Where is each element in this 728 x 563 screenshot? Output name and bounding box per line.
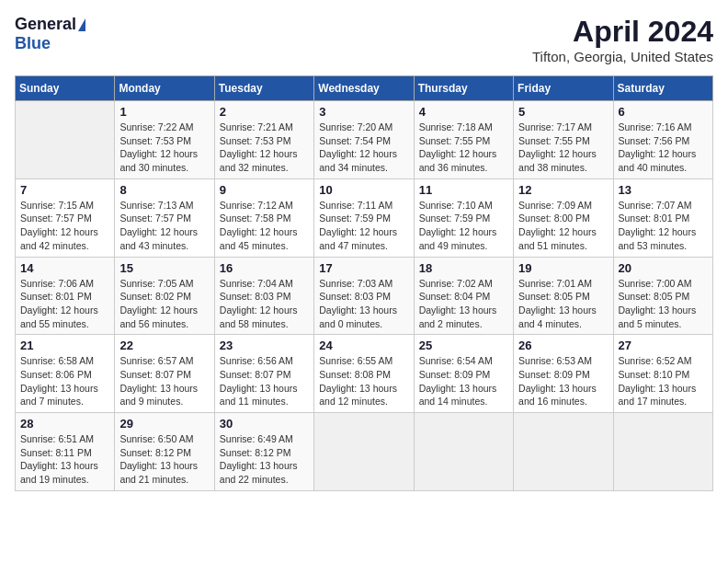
day-number: 14 bbox=[20, 261, 109, 275]
day-detail: Sunrise: 7:05 AM Sunset: 8:02 PM Dayligh… bbox=[119, 277, 209, 331]
header-tuesday: Tuesday bbox=[214, 76, 313, 101]
day-number: 8 bbox=[119, 183, 209, 197]
calendar-week-row: 1Sunrise: 7:22 AM Sunset: 7:53 PM Daylig… bbox=[16, 101, 713, 179]
day-detail: Sunrise: 6:55 AM Sunset: 8:08 PM Dayligh… bbox=[319, 354, 408, 408]
calendar-cell: 27Sunrise: 6:52 AM Sunset: 8:10 PM Dayli… bbox=[613, 335, 712, 413]
header-monday: Monday bbox=[115, 76, 214, 101]
day-detail: Sunrise: 7:17 AM Sunset: 7:55 PM Dayligh… bbox=[518, 121, 608, 175]
title-block: April 2024 Tifton, Georgia, United State… bbox=[532, 15, 713, 64]
calendar-cell: 21Sunrise: 6:58 AM Sunset: 8:06 PM Dayli… bbox=[16, 335, 115, 413]
day-number: 28 bbox=[20, 417, 109, 431]
page-header: General Blue April 2024 Tifton, Georgia,… bbox=[15, 15, 713, 64]
logo-triangle-icon bbox=[78, 18, 85, 31]
day-detail: Sunrise: 7:10 AM Sunset: 7:59 PM Dayligh… bbox=[419, 199, 508, 253]
day-number: 2 bbox=[220, 105, 309, 119]
calendar-cell: 13Sunrise: 7:07 AM Sunset: 8:01 PM Dayli… bbox=[613, 178, 712, 257]
calendar-week-row: 21Sunrise: 6:58 AM Sunset: 8:06 PM Dayli… bbox=[16, 335, 713, 413]
day-number: 13 bbox=[619, 183, 708, 197]
day-number: 23 bbox=[220, 339, 309, 352]
calendar-cell: 1Sunrise: 7:22 AM Sunset: 7:53 PM Daylig… bbox=[115, 101, 214, 179]
day-number: 22 bbox=[119, 339, 209, 352]
day-number: 15 bbox=[119, 261, 209, 275]
day-detail: Sunrise: 7:20 AM Sunset: 7:54 PM Dayligh… bbox=[319, 121, 408, 175]
day-detail: Sunrise: 7:12 AM Sunset: 7:58 PM Dayligh… bbox=[220, 199, 309, 253]
calendar-cell: 28Sunrise: 6:51 AM Sunset: 8:11 PM Dayli… bbox=[16, 413, 115, 491]
calendar-cell: 12Sunrise: 7:09 AM Sunset: 8:00 PM Dayli… bbox=[514, 178, 613, 257]
calendar-location: Tifton, Georgia, United States bbox=[532, 49, 713, 64]
day-detail: Sunrise: 7:22 AM Sunset: 7:53 PM Dayligh… bbox=[119, 121, 209, 175]
calendar-cell: 29Sunrise: 6:50 AM Sunset: 8:12 PM Dayli… bbox=[115, 413, 214, 491]
calendar-cell: 24Sunrise: 6:55 AM Sunset: 8:08 PM Dayli… bbox=[314, 335, 414, 413]
day-detail: Sunrise: 6:57 AM Sunset: 8:07 PM Dayligh… bbox=[119, 354, 209, 408]
day-number: 6 bbox=[619, 105, 708, 119]
day-detail: Sunrise: 7:02 AM Sunset: 8:04 PM Dayligh… bbox=[419, 277, 508, 331]
calendar-cell: 17Sunrise: 7:03 AM Sunset: 8:03 PM Dayli… bbox=[314, 257, 414, 335]
day-number: 5 bbox=[518, 105, 608, 119]
day-detail: Sunrise: 7:13 AM Sunset: 7:57 PM Dayligh… bbox=[119, 199, 209, 253]
day-detail: Sunrise: 6:49 AM Sunset: 8:12 PM Dayligh… bbox=[220, 432, 309, 487]
day-detail: Sunrise: 7:07 AM Sunset: 8:01 PM Dayligh… bbox=[619, 199, 708, 253]
day-detail: Sunrise: 7:04 AM Sunset: 8:03 PM Dayligh… bbox=[220, 277, 309, 331]
day-number: 12 bbox=[518, 183, 608, 197]
logo-blue: Blue bbox=[15, 34, 51, 53]
calendar-cell: 2Sunrise: 7:21 AM Sunset: 7:53 PM Daylig… bbox=[214, 101, 313, 179]
day-detail: Sunrise: 6:50 AM Sunset: 8:12 PM Dayligh… bbox=[119, 432, 209, 487]
calendar-cell bbox=[314, 413, 414, 491]
calendar-cell: 30Sunrise: 6:49 AM Sunset: 8:12 PM Dayli… bbox=[214, 413, 313, 491]
calendar-cell: 5Sunrise: 7:17 AM Sunset: 7:55 PM Daylig… bbox=[514, 101, 613, 179]
calendar-week-row: 14Sunrise: 7:06 AM Sunset: 8:01 PM Dayli… bbox=[16, 257, 713, 335]
header-wednesday: Wednesday bbox=[314, 76, 414, 101]
calendar-cell bbox=[16, 101, 115, 179]
day-number: 26 bbox=[518, 339, 608, 352]
calendar-cell: 26Sunrise: 6:53 AM Sunset: 8:09 PM Dayli… bbox=[514, 335, 613, 413]
calendar-cell bbox=[613, 413, 712, 491]
day-detail: Sunrise: 6:58 AM Sunset: 8:06 PM Dayligh… bbox=[20, 354, 109, 408]
calendar-cell: 25Sunrise: 6:54 AM Sunset: 8:09 PM Dayli… bbox=[414, 335, 513, 413]
day-detail: Sunrise: 7:03 AM Sunset: 8:03 PM Dayligh… bbox=[319, 277, 408, 331]
day-number: 1 bbox=[119, 105, 209, 119]
day-number: 27 bbox=[619, 339, 708, 352]
calendar-cell: 22Sunrise: 6:57 AM Sunset: 8:07 PM Dayli… bbox=[115, 335, 214, 413]
header-saturday: Saturday bbox=[613, 76, 712, 101]
day-number: 24 bbox=[319, 339, 408, 352]
day-number: 17 bbox=[319, 261, 408, 275]
calendar-cell: 16Sunrise: 7:04 AM Sunset: 8:03 PM Dayli… bbox=[214, 257, 313, 335]
day-number: 4 bbox=[419, 105, 508, 119]
logo-general: General bbox=[15, 15, 76, 34]
day-detail: Sunrise: 6:56 AM Sunset: 8:07 PM Dayligh… bbox=[220, 354, 309, 408]
calendar-cell: 6Sunrise: 7:16 AM Sunset: 7:56 PM Daylig… bbox=[613, 101, 712, 179]
day-detail: Sunrise: 7:09 AM Sunset: 8:00 PM Dayligh… bbox=[518, 199, 608, 253]
calendar-cell: 19Sunrise: 7:01 AM Sunset: 8:05 PM Dayli… bbox=[514, 257, 613, 335]
day-number: 20 bbox=[619, 261, 708, 275]
calendar-cell: 8Sunrise: 7:13 AM Sunset: 7:57 PM Daylig… bbox=[115, 178, 214, 257]
calendar-header-row: SundayMondayTuesdayWednesdayThursdayFrid… bbox=[16, 76, 713, 101]
day-detail: Sunrise: 7:01 AM Sunset: 8:05 PM Dayligh… bbox=[518, 277, 608, 331]
calendar-cell: 20Sunrise: 7:00 AM Sunset: 8:05 PM Dayli… bbox=[613, 257, 712, 335]
day-detail: Sunrise: 7:21 AM Sunset: 7:53 PM Dayligh… bbox=[220, 121, 309, 175]
logo: General Blue bbox=[15, 15, 85, 53]
day-number: 19 bbox=[518, 261, 608, 275]
calendar-cell: 14Sunrise: 7:06 AM Sunset: 8:01 PM Dayli… bbox=[16, 257, 115, 335]
calendar-cell: 10Sunrise: 7:11 AM Sunset: 7:59 PM Dayli… bbox=[314, 178, 414, 257]
day-detail: Sunrise: 7:16 AM Sunset: 7:56 PM Dayligh… bbox=[619, 121, 708, 175]
day-number: 29 bbox=[119, 417, 209, 431]
calendar-cell bbox=[414, 413, 513, 491]
calendar-cell: 4Sunrise: 7:18 AM Sunset: 7:55 PM Daylig… bbox=[414, 101, 513, 179]
day-number: 10 bbox=[319, 183, 408, 197]
day-number: 16 bbox=[220, 261, 309, 275]
calendar-table: SundayMondayTuesdayWednesdayThursdayFrid… bbox=[15, 75, 713, 491]
day-detail: Sunrise: 6:52 AM Sunset: 8:10 PM Dayligh… bbox=[619, 354, 708, 408]
day-detail: Sunrise: 7:15 AM Sunset: 7:57 PM Dayligh… bbox=[20, 199, 109, 253]
day-number: 25 bbox=[419, 339, 508, 352]
day-number: 30 bbox=[220, 417, 309, 431]
day-number: 9 bbox=[220, 183, 309, 197]
day-number: 7 bbox=[20, 183, 109, 197]
header-friday: Friday bbox=[514, 76, 613, 101]
day-number: 21 bbox=[20, 339, 109, 352]
calendar-cell: 9Sunrise: 7:12 AM Sunset: 7:58 PM Daylig… bbox=[214, 178, 313, 257]
day-number: 18 bbox=[419, 261, 508, 275]
day-number: 3 bbox=[319, 105, 408, 119]
day-detail: Sunrise: 7:06 AM Sunset: 8:01 PM Dayligh… bbox=[20, 277, 109, 331]
day-detail: Sunrise: 6:51 AM Sunset: 8:11 PM Dayligh… bbox=[20, 432, 109, 487]
day-number: 11 bbox=[419, 183, 508, 197]
